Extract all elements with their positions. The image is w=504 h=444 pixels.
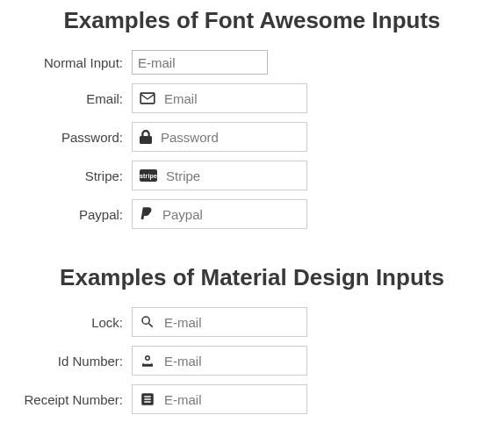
row-id-md: Id Number: E-mail [0, 346, 504, 376]
paypal-input[interactable]: Paypal [132, 199, 307, 229]
receipt-md-input[interactable]: E-mail [132, 384, 307, 414]
normal-input[interactable] [132, 50, 268, 75]
label-email: Email: [0, 91, 132, 106]
paypal-placeholder: Paypal [162, 207, 299, 222]
row-password: Password: Password [0, 122, 504, 152]
row-normal-input: Normal Input: [0, 50, 504, 75]
id-md-input[interactable]: E-mail [132, 346, 307, 376]
label-receipt-md: Receipt Number: [0, 392, 132, 407]
lock-md-input[interactable]: E-mail [132, 307, 307, 337]
stripe-input[interactable]: stripe Stripe [132, 161, 307, 190]
id-md-placeholder: E-mail [164, 354, 299, 369]
stripe-placeholder: Stripe [166, 168, 299, 183]
label-paypal: Paypal: [0, 207, 132, 222]
section-title-md: Examples of Material Design Inputs [0, 264, 504, 291]
label-normal: Normal Input: [0, 55, 132, 70]
row-email: Email: Email [0, 83, 504, 113]
label-password: Password: [0, 130, 132, 145]
password-input[interactable]: Password [132, 122, 307, 152]
email-input[interactable]: Email [132, 83, 307, 113]
receipt-md-placeholder: E-mail [164, 392, 299, 407]
email-placeholder: Email [164, 91, 299, 106]
label-stripe: Stripe: [0, 168, 132, 183]
row-lock-md: Lock: E-mail [0, 307, 504, 337]
section-title-fa: Examples of Font Awesome Inputs [0, 7, 504, 34]
search-icon [140, 314, 155, 330]
envelope-icon [140, 92, 155, 104]
row-paypal: Paypal: Paypal [0, 199, 504, 229]
label-lock-md: Lock: [0, 315, 132, 330]
row-stripe: Stripe: stripe Stripe [0, 161, 504, 190]
paypal-icon [140, 206, 154, 222]
row-receipt-md: Receipt Number: E-mail [0, 384, 504, 414]
lock-icon [140, 130, 152, 144]
lock-md-placeholder: E-mail [164, 315, 299, 330]
person-outline-icon [140, 353, 155, 369]
label-id-md: Id Number: [0, 354, 132, 369]
password-placeholder: Password [161, 130, 299, 145]
receipt-icon [140, 391, 155, 407]
stripe-icon: stripe [140, 169, 157, 182]
